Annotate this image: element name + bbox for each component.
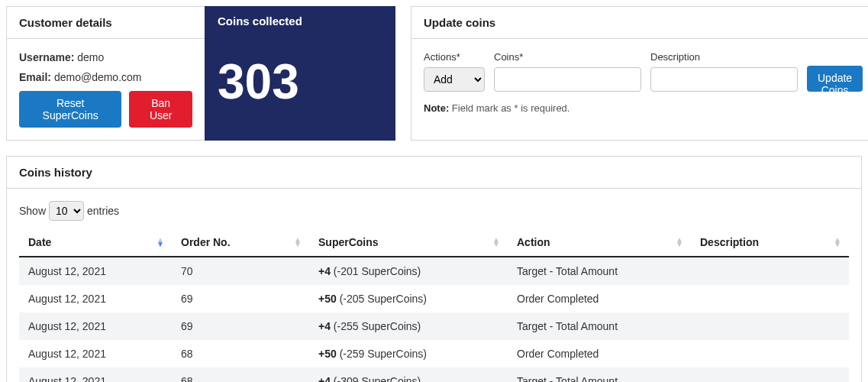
cell-supercoins: +4 (-201 SuperCoins) xyxy=(309,257,508,285)
description-input[interactable] xyxy=(650,67,798,92)
cell-date: August 12, 2021 xyxy=(19,312,172,340)
cell-description xyxy=(691,312,849,340)
required-note: Note: Field mark as * is required. xyxy=(424,102,863,114)
ban-user-button[interactable]: Ban User xyxy=(129,91,192,128)
page-size-select[interactable]: 10 xyxy=(49,201,84,221)
reset-supercoins-button[interactable]: Reset SuperCoins xyxy=(19,91,121,128)
coins-input[interactable] xyxy=(494,67,641,92)
customer-email-row: Email: demo@demo.com xyxy=(19,71,192,83)
table-row: August 12, 202169+50 (-205 SuperCoins)Or… xyxy=(19,285,849,312)
sort-icon: ▲▼ xyxy=(492,238,500,247)
table-row: August 12, 202168+4 (-309 SuperCoins)Tar… xyxy=(19,367,849,382)
table-length-control: Show 10 entries xyxy=(19,201,849,221)
coins-history-title: Coins history xyxy=(7,157,861,189)
username-label: Username: xyxy=(19,51,74,63)
sort-icon: ▲▼ xyxy=(294,238,302,247)
cell-supercoins: +50 (-259 SuperCoins) xyxy=(309,340,508,367)
customer-details-panel: Customer details Username: demo Email: d… xyxy=(6,6,205,141)
cell-date: August 12, 2021 xyxy=(19,340,172,367)
coins-input-label: Coins* xyxy=(494,51,641,63)
update-coins-panel: Update coins Actions* Add Coins* Descrip… xyxy=(411,6,868,141)
note-text: Field mark as * is required. xyxy=(452,102,570,114)
sort-icon: ▲▼ xyxy=(834,238,841,247)
email-value: demo@demo.com xyxy=(54,71,142,83)
coins-collected-panel: Coins collected 303 xyxy=(205,6,395,141)
cell-date: August 12, 2021 xyxy=(19,285,172,312)
show-label: Show xyxy=(19,205,46,217)
cell-action: Order Completed xyxy=(508,285,691,312)
col-date-header[interactable]: Date ▲▼ xyxy=(19,228,172,257)
cell-supercoins: +50 (-205 SuperCoins) xyxy=(309,285,508,312)
actions-label: Actions* xyxy=(424,51,485,63)
update-coins-button[interactable]: Update Coins xyxy=(807,66,863,92)
cell-action: Target - Total Amount xyxy=(508,312,691,340)
sort-icon: ▲▼ xyxy=(676,238,683,247)
update-coins-title: Update coins xyxy=(411,7,868,39)
sort-icon: ▲▼ xyxy=(156,238,164,247)
cell-supercoins: +4 (-309 SuperCoins) xyxy=(309,367,508,382)
col-supercoins-header[interactable]: SuperCoins ▲▼ xyxy=(309,228,508,257)
coins-history-table: Date ▲▼ Order No. ▲▼ SuperCoins ▲▼ Actio… xyxy=(19,228,849,382)
cell-description xyxy=(691,285,849,312)
cell-description xyxy=(691,367,849,382)
col-action-header[interactable]: Action ▲▼ xyxy=(508,228,691,257)
actions-select[interactable]: Add xyxy=(424,67,485,92)
coins-history-panel: Coins history Show 10 entries Date ▲▼ Or… xyxy=(6,156,862,382)
table-row: August 12, 202168+50 (-259 SuperCoins)Or… xyxy=(19,340,849,367)
entries-label: entries xyxy=(87,205,119,217)
cell-supercoins: +4 (-255 SuperCoins) xyxy=(309,312,508,340)
table-row: August 12, 202169+4 (-255 SuperCoins)Tar… xyxy=(19,312,849,340)
customer-username-row: Username: demo xyxy=(19,51,192,63)
cell-order-no: 69 xyxy=(172,285,309,312)
cell-order-no: 68 xyxy=(172,367,309,382)
description-input-label: Description xyxy=(650,51,798,63)
email-label: Email: xyxy=(19,71,51,83)
cell-action: Order Completed xyxy=(508,340,691,367)
cell-description xyxy=(691,340,849,367)
col-order-no-header[interactable]: Order No. ▲▼ xyxy=(172,228,309,257)
cell-order-no: 70 xyxy=(172,257,309,285)
cell-order-no: 68 xyxy=(172,340,309,367)
cell-order-no: 69 xyxy=(172,312,309,340)
cell-description xyxy=(691,257,849,285)
coins-collected-value: 303 xyxy=(205,35,395,140)
table-row: August 12, 202170+4 (-201 SuperCoins)Tar… xyxy=(19,257,849,285)
cell-date: August 12, 2021 xyxy=(19,257,172,285)
cell-date: August 12, 2021 xyxy=(19,367,172,382)
col-description-header[interactable]: Description ▲▼ xyxy=(691,228,849,257)
username-value: demo xyxy=(77,51,104,63)
customer-details-title: Customer details xyxy=(7,7,205,39)
coins-collected-title: Coins collected xyxy=(205,7,395,35)
cell-action: Target - Total Amount xyxy=(508,257,691,285)
cell-action: Target - Total Amount xyxy=(508,367,691,382)
note-label: Note: xyxy=(424,102,449,114)
